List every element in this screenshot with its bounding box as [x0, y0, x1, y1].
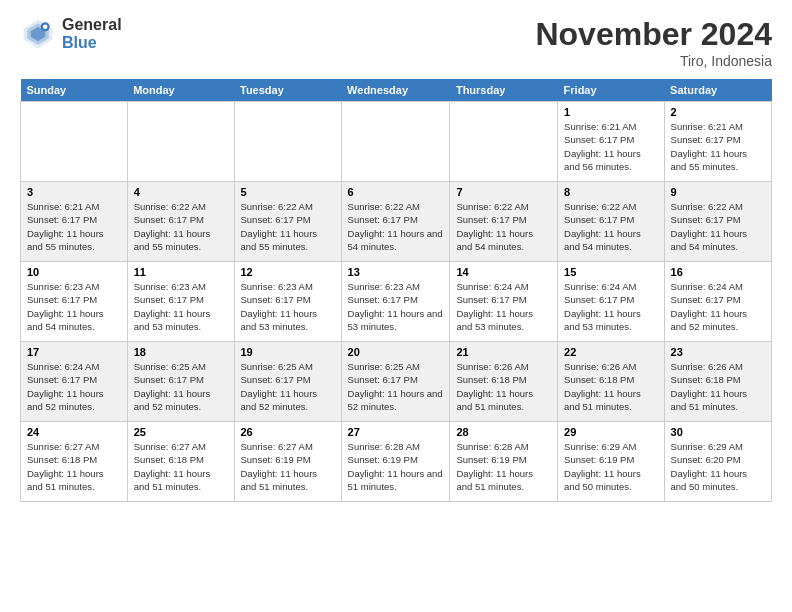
logo-text: General Blue: [62, 16, 122, 51]
day-number: 30: [671, 426, 765, 438]
table-cell: 2Sunrise: 6:21 AM Sunset: 6:17 PM Daylig…: [664, 102, 771, 182]
table-cell: 4Sunrise: 6:22 AM Sunset: 6:17 PM Daylig…: [127, 182, 234, 262]
page-header: General Blue November 2024 Tiro, Indones…: [20, 16, 772, 69]
table-cell: 23Sunrise: 6:26 AM Sunset: 6:18 PM Dayli…: [664, 342, 771, 422]
day-info: Sunrise: 6:25 AM Sunset: 6:17 PM Dayligh…: [348, 360, 444, 413]
table-cell: 22Sunrise: 6:26 AM Sunset: 6:18 PM Dayli…: [558, 342, 664, 422]
table-cell: [450, 102, 558, 182]
day-info: Sunrise: 6:24 AM Sunset: 6:17 PM Dayligh…: [456, 280, 551, 333]
week-row-4: 17Sunrise: 6:24 AM Sunset: 6:17 PM Dayli…: [21, 342, 772, 422]
day-info: Sunrise: 6:22 AM Sunset: 6:17 PM Dayligh…: [134, 200, 228, 253]
week-row-1: 1Sunrise: 6:21 AM Sunset: 6:17 PM Daylig…: [21, 102, 772, 182]
day-info: Sunrise: 6:22 AM Sunset: 6:17 PM Dayligh…: [348, 200, 444, 253]
day-info: Sunrise: 6:21 AM Sunset: 6:17 PM Dayligh…: [671, 120, 765, 173]
table-cell: 9Sunrise: 6:22 AM Sunset: 6:17 PM Daylig…: [664, 182, 771, 262]
day-number: 18: [134, 346, 228, 358]
day-number: 15: [564, 266, 657, 278]
day-info: Sunrise: 6:24 AM Sunset: 6:17 PM Dayligh…: [564, 280, 657, 333]
day-number: 10: [27, 266, 121, 278]
day-number: 25: [134, 426, 228, 438]
day-info: Sunrise: 6:29 AM Sunset: 6:19 PM Dayligh…: [564, 440, 657, 493]
day-number: 6: [348, 186, 444, 198]
day-info: Sunrise: 6:28 AM Sunset: 6:19 PM Dayligh…: [348, 440, 444, 493]
day-info: Sunrise: 6:23 AM Sunset: 6:17 PM Dayligh…: [241, 280, 335, 333]
table-cell: 19Sunrise: 6:25 AM Sunset: 6:17 PM Dayli…: [234, 342, 341, 422]
day-number: 11: [134, 266, 228, 278]
day-info: Sunrise: 6:21 AM Sunset: 6:17 PM Dayligh…: [27, 200, 121, 253]
logo-general: General: [62, 16, 122, 34]
col-monday: Monday: [127, 79, 234, 102]
day-info: Sunrise: 6:26 AM Sunset: 6:18 PM Dayligh…: [564, 360, 657, 413]
table-cell: 11Sunrise: 6:23 AM Sunset: 6:17 PM Dayli…: [127, 262, 234, 342]
table-cell: 27Sunrise: 6:28 AM Sunset: 6:19 PM Dayli…: [341, 422, 450, 502]
day-number: 12: [241, 266, 335, 278]
table-cell: [341, 102, 450, 182]
day-number: 3: [27, 186, 121, 198]
table-cell: 17Sunrise: 6:24 AM Sunset: 6:17 PM Dayli…: [21, 342, 128, 422]
day-info: Sunrise: 6:22 AM Sunset: 6:17 PM Dayligh…: [564, 200, 657, 253]
day-info: Sunrise: 6:25 AM Sunset: 6:17 PM Dayligh…: [134, 360, 228, 413]
day-number: 17: [27, 346, 121, 358]
table-cell: 8Sunrise: 6:22 AM Sunset: 6:17 PM Daylig…: [558, 182, 664, 262]
day-number: 21: [456, 346, 551, 358]
table-cell: 30Sunrise: 6:29 AM Sunset: 6:20 PM Dayli…: [664, 422, 771, 502]
day-number: 19: [241, 346, 335, 358]
table-cell: [21, 102, 128, 182]
table-cell: 25Sunrise: 6:27 AM Sunset: 6:18 PM Dayli…: [127, 422, 234, 502]
day-number: 24: [27, 426, 121, 438]
month-title: November 2024: [535, 16, 772, 53]
table-cell: 15Sunrise: 6:24 AM Sunset: 6:17 PM Dayli…: [558, 262, 664, 342]
day-info: Sunrise: 6:29 AM Sunset: 6:20 PM Dayligh…: [671, 440, 765, 493]
col-thursday: Thursday: [450, 79, 558, 102]
day-info: Sunrise: 6:21 AM Sunset: 6:17 PM Dayligh…: [564, 120, 657, 173]
day-info: Sunrise: 6:27 AM Sunset: 6:18 PM Dayligh…: [134, 440, 228, 493]
logo: General Blue: [20, 16, 122, 52]
table-cell: 29Sunrise: 6:29 AM Sunset: 6:19 PM Dayli…: [558, 422, 664, 502]
table-cell: 5Sunrise: 6:22 AM Sunset: 6:17 PM Daylig…: [234, 182, 341, 262]
day-number: 4: [134, 186, 228, 198]
table-cell: 6Sunrise: 6:22 AM Sunset: 6:17 PM Daylig…: [341, 182, 450, 262]
table-cell: 20Sunrise: 6:25 AM Sunset: 6:17 PM Dayli…: [341, 342, 450, 422]
day-info: Sunrise: 6:24 AM Sunset: 6:17 PM Dayligh…: [671, 280, 765, 333]
col-tuesday: Tuesday: [234, 79, 341, 102]
col-sunday: Sunday: [21, 79, 128, 102]
table-cell: 12Sunrise: 6:23 AM Sunset: 6:17 PM Dayli…: [234, 262, 341, 342]
table-cell: 3Sunrise: 6:21 AM Sunset: 6:17 PM Daylig…: [21, 182, 128, 262]
logo-blue: Blue: [62, 34, 122, 52]
location-subtitle: Tiro, Indonesia: [535, 53, 772, 69]
page: General Blue November 2024 Tiro, Indones…: [0, 0, 792, 612]
day-info: Sunrise: 6:22 AM Sunset: 6:17 PM Dayligh…: [456, 200, 551, 253]
table-cell: [234, 102, 341, 182]
day-number: 28: [456, 426, 551, 438]
week-row-3: 10Sunrise: 6:23 AM Sunset: 6:17 PM Dayli…: [21, 262, 772, 342]
day-number: 26: [241, 426, 335, 438]
table-cell: 21Sunrise: 6:26 AM Sunset: 6:18 PM Dayli…: [450, 342, 558, 422]
day-number: 1: [564, 106, 657, 118]
day-number: 29: [564, 426, 657, 438]
day-number: 7: [456, 186, 551, 198]
day-number: 16: [671, 266, 765, 278]
calendar-table: Sunday Monday Tuesday Wednesday Thursday…: [20, 79, 772, 502]
svg-point-4: [43, 25, 48, 30]
day-info: Sunrise: 6:23 AM Sunset: 6:17 PM Dayligh…: [27, 280, 121, 333]
col-wednesday: Wednesday: [341, 79, 450, 102]
col-saturday: Saturday: [664, 79, 771, 102]
table-cell: 1Sunrise: 6:21 AM Sunset: 6:17 PM Daylig…: [558, 102, 664, 182]
day-number: 13: [348, 266, 444, 278]
day-info: Sunrise: 6:27 AM Sunset: 6:19 PM Dayligh…: [241, 440, 335, 493]
day-info: Sunrise: 6:22 AM Sunset: 6:17 PM Dayligh…: [241, 200, 335, 253]
week-row-5: 24Sunrise: 6:27 AM Sunset: 6:18 PM Dayli…: [21, 422, 772, 502]
day-info: Sunrise: 6:23 AM Sunset: 6:17 PM Dayligh…: [348, 280, 444, 333]
title-block: November 2024 Tiro, Indonesia: [535, 16, 772, 69]
day-number: 5: [241, 186, 335, 198]
logo-icon: [20, 16, 56, 52]
day-number: 22: [564, 346, 657, 358]
table-cell: 7Sunrise: 6:22 AM Sunset: 6:17 PM Daylig…: [450, 182, 558, 262]
table-cell: [127, 102, 234, 182]
table-cell: 26Sunrise: 6:27 AM Sunset: 6:19 PM Dayli…: [234, 422, 341, 502]
day-info: Sunrise: 6:27 AM Sunset: 6:18 PM Dayligh…: [27, 440, 121, 493]
table-cell: 16Sunrise: 6:24 AM Sunset: 6:17 PM Dayli…: [664, 262, 771, 342]
day-info: Sunrise: 6:23 AM Sunset: 6:17 PM Dayligh…: [134, 280, 228, 333]
day-info: Sunrise: 6:26 AM Sunset: 6:18 PM Dayligh…: [456, 360, 551, 413]
day-number: 8: [564, 186, 657, 198]
